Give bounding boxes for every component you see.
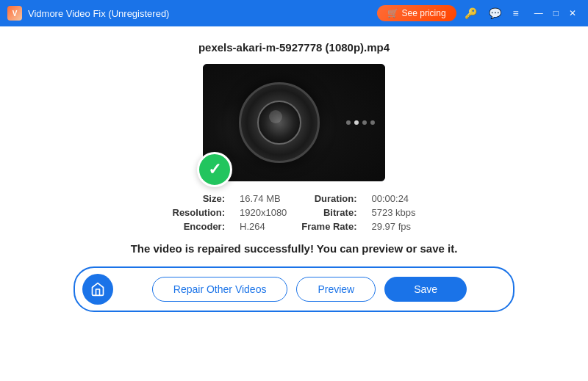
window-controls: — □ ✕ <box>530 7 581 20</box>
size-value: 16.74 MB <box>240 193 287 204</box>
titlebar-right: 🛒 See pricing 🔑 💬 ≡ — □ ✕ <box>377 5 581 21</box>
repair-other-label: Repair Other Videos <box>173 283 267 295</box>
lens-outer-ring <box>239 82 320 163</box>
titlebar-left: V Vidmore Video Fix (Unregistered) <box>7 6 169 21</box>
titlebar: V Vidmore Video Fix (Unregistered) 🛒 See… <box>0 0 588 26</box>
checkmark-icon: ✓ <box>208 162 221 178</box>
size-label: Size: <box>173 193 226 204</box>
minimize-button[interactable]: — <box>530 7 548 20</box>
duration-label: Duration: <box>301 193 356 204</box>
main-content: pexels-akari-m-5927778 (1080p).mp4 ✓ <box>0 26 588 381</box>
framerate-label: Frame Rate: <box>301 221 356 232</box>
success-message: The video is repaired successfully! You … <box>131 242 458 255</box>
preview-button[interactable]: Preview <box>296 277 376 302</box>
cart-icon: 🛒 <box>387 8 398 18</box>
duration-value: 00:00:24 <box>371 193 415 204</box>
bitrate-value: 5723 kbps <box>371 207 415 218</box>
save-label: Save <box>414 283 437 295</box>
lens-inner-ring <box>257 101 301 145</box>
pricing-button[interactable]: 🛒 See pricing <box>377 5 456 21</box>
video-thumbnail-wrapper: ✓ <box>203 64 385 181</box>
close-button[interactable]: ✕ <box>564 7 581 20</box>
chat-icon[interactable]: 💬 <box>485 6 505 21</box>
menu-icon[interactable]: ≡ <box>509 6 523 21</box>
resolution-label: Resolution: <box>173 207 226 218</box>
dots-row <box>346 120 375 125</box>
framerate-value: 29.97 fps <box>371 221 415 232</box>
video-filename: pexels-akari-m-5927778 (1080p).mp4 <box>198 41 390 54</box>
save-button[interactable]: Save <box>384 277 467 302</box>
success-badge: ✓ <box>197 152 232 187</box>
key-icon[interactable]: 🔑 <box>461 6 481 21</box>
home-button[interactable] <box>82 274 113 305</box>
resolution-value: 1920x1080 <box>240 207 287 218</box>
lens-highlight <box>269 110 282 123</box>
pricing-label: See pricing <box>402 8 446 18</box>
action-buttons: Repair Other Videos Preview Save <box>113 277 506 302</box>
encoder-value: H.264 <box>240 221 287 232</box>
maximize-button[interactable]: □ <box>549 7 563 20</box>
dot-3 <box>362 120 367 125</box>
app-title: Vidmore Video Fix (Unregistered) <box>28 8 169 19</box>
preview-label: Preview <box>318 283 354 295</box>
file-info: Size: 16.74 MB Duration: 00:00:24 Resolu… <box>173 193 416 232</box>
action-bar: Repair Other Videos Preview Save <box>74 266 514 312</box>
encoder-label: Encoder: <box>173 221 226 232</box>
dot-4 <box>370 120 375 125</box>
dot-1 <box>346 120 351 125</box>
app-icon: V <box>7 6 22 21</box>
bitrate-label: Bitrate: <box>301 207 356 218</box>
home-icon <box>90 282 105 297</box>
dot-2 <box>354 120 359 125</box>
repair-other-button[interactable]: Repair Other Videos <box>152 277 288 302</box>
